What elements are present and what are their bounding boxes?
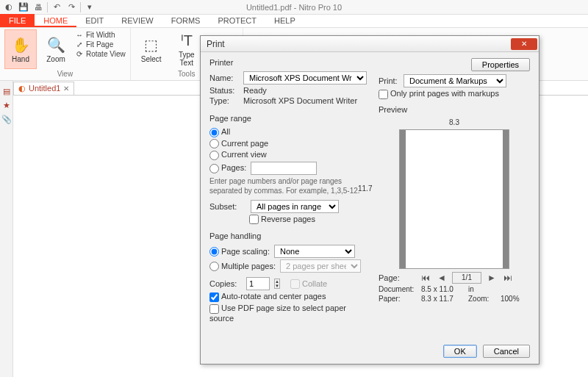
printer-section-label: Printer: [209, 58, 367, 67]
handling-section-label: Page handling: [209, 231, 367, 240]
redo-icon[interactable]: ↷: [65, 1, 77, 13]
subset-label: Subset:: [209, 202, 246, 211]
page-indicator[interactable]: 1/1: [452, 272, 481, 284]
hand-tool-button[interactable]: ✋ Hand: [4, 29, 37, 69]
select-button[interactable]: ⬚ Select: [135, 29, 168, 69]
type-text-icon: ᴵT: [181, 32, 193, 49]
tab-forms[interactable]: FORMS: [162, 14, 209, 27]
document-size-label: Document:: [379, 285, 418, 293]
radio-all[interactable]: All: [209, 127, 230, 137]
prev-page-icon[interactable]: ◄: [436, 273, 448, 283]
range-hint: Enter page numbers and/or page ranges se…: [209, 176, 367, 195]
fit-width-label: Fit Width: [86, 31, 115, 39]
cancel-button[interactable]: Cancel: [483, 345, 530, 358]
separator: [80, 2, 81, 12]
bookmarks-panel-icon[interactable]: ★: [3, 101, 10, 110]
type-label: Type:: [209, 96, 239, 105]
tab-protect[interactable]: PROTECT: [209, 14, 265, 27]
select-icon: ⬚: [144, 36, 158, 54]
scaling-select[interactable]: None: [274, 245, 355, 258]
hand-icon: ✋: [12, 36, 30, 54]
only-markups-checkbox[interactable]: Only print pages with markups: [379, 89, 499, 99]
document-tab[interactable]: ◐ Untitled1 ✕: [13, 82, 74, 95]
separator: [47, 2, 48, 12]
range-section-label: Page range: [209, 114, 367, 123]
printer-select[interactable]: Microsoft XPS Document Writer: [243, 71, 367, 85]
fit-page-button[interactable]: ⤢Fit Page: [75, 40, 126, 49]
dialog-title: Print: [207, 39, 225, 49]
doc-icon: ◐: [18, 84, 26, 93]
print-icon[interactable]: 🖶: [32, 1, 44, 13]
select-label: Select: [141, 55, 162, 63]
fit-width-icon: ↔: [75, 31, 84, 39]
print-dialog: Print ✕ Printer Name: Microsoft XPS Docu…: [200, 35, 539, 365]
print-what-label: Print:: [379, 76, 399, 85]
zoom-icon: 🔍: [47, 36, 65, 54]
rotate-view-label: Rotate View: [86, 50, 126, 58]
radio-scaling[interactable]: Page scaling:: [209, 247, 270, 257]
preview-height: 11.7: [358, 184, 372, 193]
radio-multiple[interactable]: Multiple pages:: [209, 262, 276, 272]
type-text-label: Type Text: [179, 51, 195, 67]
attachments-panel-icon[interactable]: 📎: [1, 115, 12, 124]
tools-group-label: Tools: [178, 70, 195, 79]
document-size-unit: in: [468, 285, 498, 293]
tab-review[interactable]: REVIEW: [112, 14, 162, 27]
autorotate-checkbox[interactable]: Auto-rotate and center pages: [209, 292, 326, 302]
fit-page-label: Fit Page: [86, 40, 113, 49]
radio-pages[interactable]: Pages:: [209, 163, 246, 173]
fit-page-icon: ⤢: [75, 40, 84, 49]
preview-width: 8.3: [379, 118, 530, 126]
fit-width-button[interactable]: ↔Fit Width: [75, 31, 126, 39]
zoom-button[interactable]: 🔍 Zoom: [40, 29, 72, 69]
zoom-label: Zoom:: [468, 295, 498, 303]
name-label: Name:: [209, 73, 239, 82]
last-page-icon[interactable]: ⏭: [502, 273, 514, 283]
rotate-view-button[interactable]: ⟳Rotate View: [75, 50, 126, 58]
collate-checkbox: Collate: [290, 279, 327, 290]
zoom-label: Zoom: [46, 55, 65, 63]
hand-label: Hand: [12, 55, 29, 63]
undo-icon[interactable]: ↶: [51, 1, 62, 13]
paper-size-label: Paper:: [379, 295, 418, 303]
first-page-icon[interactable]: ⏮: [420, 273, 431, 283]
copies-spinner[interactable]: ▲▼: [274, 279, 280, 289]
subset-select[interactable]: All pages in range: [251, 200, 339, 213]
print-what-select[interactable]: Document & Markups: [404, 74, 506, 87]
preview-box: [399, 129, 509, 269]
close-icon[interactable]: ✕: [511, 38, 537, 50]
use-pdf-size-checkbox[interactable]: Use PDF page size to select paper source: [209, 304, 367, 323]
view-group-label: View: [57, 70, 74, 79]
paper-size-value: 8.3 x 11.7: [421, 295, 465, 303]
copies-label: Copies:: [209, 279, 242, 288]
reverse-checkbox[interactable]: Reverse pages: [249, 215, 315, 225]
type-value: Microsoft XPS Document Writer: [243, 96, 357, 105]
save-icon[interactable]: 💾: [18, 1, 29, 13]
radio-current-page[interactable]: Current page: [209, 139, 268, 149]
rotate-icon: ⟳: [75, 50, 84, 58]
zoom-value: 100%: [501, 295, 530, 303]
tab-file[interactable]: FILE: [0, 14, 35, 27]
app-icon: ◐: [3, 1, 15, 13]
doc-tab-label: Untitled1: [29, 84, 60, 93]
ok-button[interactable]: OK: [443, 345, 477, 358]
multiple-select: 2 pages per sheet: [280, 259, 361, 273]
preview-label: Preview: [379, 105, 530, 114]
page-nav-label: Page:: [379, 273, 415, 282]
tab-edit[interactable]: EDIT: [76, 14, 112, 27]
status-value: Ready: [243, 86, 267, 95]
properties-button[interactable]: Properties: [471, 58, 530, 71]
type-text-button[interactable]: ᴵT Type Text: [171, 29, 203, 69]
pages-panel-icon[interactable]: ▤: [3, 87, 10, 96]
pages-input[interactable]: [251, 162, 317, 175]
status-label: Status:: [209, 86, 239, 95]
qat-more-icon[interactable]: ▾: [84, 1, 96, 13]
document-size-value: 8.5 x 11.0: [421, 285, 465, 293]
tab-home[interactable]: HOME: [35, 14, 76, 27]
radio-current-view[interactable]: Current view: [209, 150, 267, 160]
next-page-icon[interactable]: ►: [486, 273, 498, 283]
close-tab-icon[interactable]: ✕: [63, 85, 69, 93]
tab-help[interactable]: HELP: [265, 14, 304, 27]
copies-input[interactable]: [246, 277, 270, 290]
